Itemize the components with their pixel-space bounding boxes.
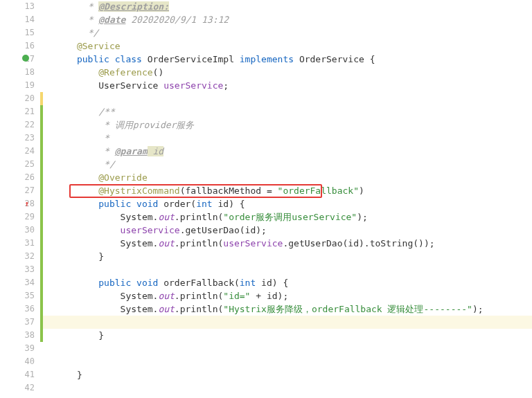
token: class [115, 54, 148, 64]
code-line[interactable]: * @date 20202020/9/1 13:12 [44, 13, 532, 26]
token [44, 107, 98, 117]
annotation: @Service [77, 41, 121, 51]
token [44, 330, 98, 341]
token [44, 212, 121, 222]
code-line[interactable]: userService.getUserDao(id); [44, 224, 532, 237]
code-line[interactable] [44, 342, 532, 355]
token: } [77, 370, 82, 380]
code-line[interactable]: @Service [44, 39, 532, 53]
code-line[interactable] [44, 381, 532, 395]
code-line[interactable]: } [44, 368, 532, 381]
line-number: 32 [18, 250, 35, 263]
token: .println( [175, 291, 223, 301]
token [44, 159, 104, 170]
code-line[interactable]: } [44, 250, 532, 263]
change-marker [40, 171, 43, 184]
gutter-line: 17 [0, 53, 35, 66]
token: .println( [175, 304, 223, 314]
line-number: 30 [18, 224, 35, 237]
gutter-line: 39 [0, 342, 35, 355]
token: public [98, 278, 136, 288]
change-marker [40, 237, 43, 250]
gutter-line: 24 [0, 145, 35, 158]
token [44, 186, 98, 196]
token: int [196, 199, 218, 209]
code-line[interactable]: } [44, 329, 532, 342]
line-number: 27 [18, 184, 35, 197]
change-marker [40, 118, 43, 132]
token: void [136, 199, 163, 209]
line-number: 22 [18, 118, 35, 132]
gutter-line: 18 [0, 66, 35, 79]
line-number: 40 [18, 355, 35, 368]
code-line[interactable]: * 调用provider服务 [44, 118, 532, 132]
code-line[interactable]: @Reference() [44, 66, 532, 79]
gutter-line: 41 [0, 368, 35, 381]
token [44, 251, 98, 262]
token: out [158, 238, 174, 248]
code-line[interactable]: * @param id [44, 145, 532, 158]
javadoc-tag: @Description: [98, 1, 169, 12]
code-line[interactable]: public class OrderServiceImpl implements… [44, 53, 532, 66]
line-number: 25 [18, 158, 35, 171]
code-line[interactable] [44, 355, 532, 368]
code-line[interactable]: */ [44, 158, 532, 171]
token: */ [104, 159, 115, 170]
code-line[interactable]: @Override [44, 171, 532, 184]
code-line[interactable] [44, 316, 532, 329]
token: } [98, 251, 104, 262]
line-number: 14 [18, 13, 35, 26]
change-marker [40, 224, 43, 237]
code-line[interactable] [44, 92, 532, 105]
code-line[interactable]: /** [44, 105, 532, 118]
line-number: 24 [18, 145, 35, 158]
gutter-line: 22 [0, 118, 35, 132]
token: .getUserDao(id); [180, 225, 267, 235]
token: userService [163, 80, 223, 91]
line-number: 33 [18, 263, 35, 276]
code-line[interactable]: * @Description: [44, 0, 532, 13]
code-line[interactable]: public void order(int id) { [44, 197, 532, 210]
token: "id=" [223, 291, 250, 301]
token: out [158, 212, 174, 222]
token [44, 41, 77, 51]
gutter-line: 31 [0, 237, 35, 250]
override-up-icon[interactable]: ↑ [19, 197, 29, 210]
code-line[interactable]: public void orderFallback(int id) { [44, 276, 532, 289]
token [44, 238, 121, 248]
gutter-line: 27 [0, 184, 35, 197]
token: + id); [250, 291, 288, 301]
code-line[interactable]: @HystrixCommand(fallbackMethod = "orderF… [44, 184, 532, 197]
token: implements [240, 54, 299, 64]
token: ; [223, 80, 229, 91]
token: System. [121, 212, 159, 222]
line-number: 20 [18, 92, 35, 105]
code-line[interactable]: System.out.println(userService.getUserDa… [44, 237, 532, 250]
implements-icon[interactable] [19, 53, 29, 66]
gutter-line: 30 [0, 224, 35, 237]
code-line[interactable]: System.out.println("order服务调用userService… [44, 210, 532, 224]
gutter-line: 21 [0, 105, 35, 118]
line-number: 42 [18, 381, 35, 395]
token: * [88, 1, 99, 12]
change-marker [40, 145, 43, 158]
token: } [98, 330, 104, 341]
code-line[interactable]: UserService userService; [44, 79, 532, 92]
token: @Reference [98, 67, 152, 78]
code-line[interactable]: System.out.println("id=" + id); [44, 289, 532, 302]
token: * [88, 15, 99, 25]
token: "Hystrix服务降级，orderFallback 逻辑处理--------" [223, 304, 472, 314]
line-number: 21 [18, 105, 35, 118]
code-editor[interactable]: 13141516171819202122232425262728↑2930313… [0, 0, 532, 398]
code-line[interactable]: */ [44, 26, 532, 39]
line-number: 29 [18, 210, 35, 224]
code-line[interactable] [44, 263, 532, 276]
token [44, 225, 121, 235]
code-area[interactable]: * @Description: * @date 20202020/9/1 13:… [40, 0, 532, 398]
code-line[interactable]: * [44, 132, 532, 145]
javadoc-tag: @param [115, 146, 148, 156]
code-line[interactable]: System.out.println("Hystrix服务降级，orderFal… [44, 302, 532, 316]
token: "order服务调用userService" [223, 212, 357, 222]
gutter: 13141516171819202122232425262728↑2930313… [0, 0, 40, 398]
token [44, 67, 98, 78]
